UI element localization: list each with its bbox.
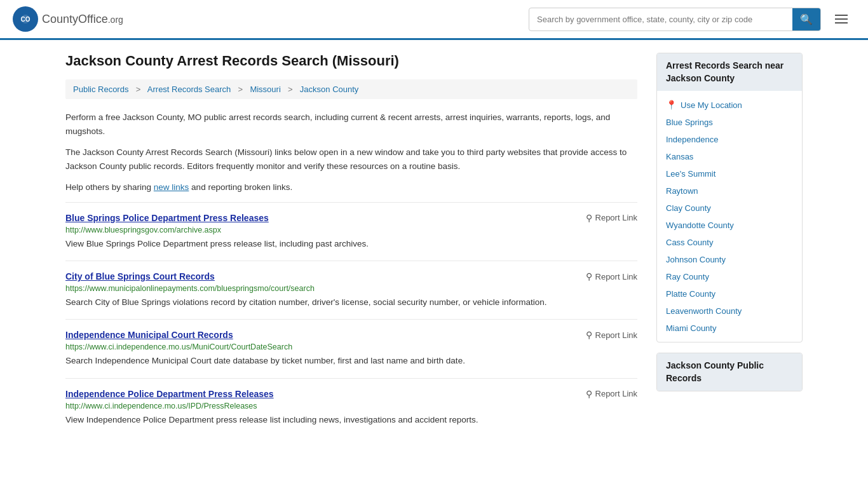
sidebar-nearby-item-6[interactable]: Wyandotte County xyxy=(657,217,802,234)
report-link-label-0: Report Link xyxy=(595,213,637,222)
sidebar-nearby-item-7[interactable]: Cass County xyxy=(657,234,802,251)
record-header-1: City of Blue Springs Court Records ⚲ Rep… xyxy=(65,271,637,281)
sidebar-nearby-link-11[interactable]: Leavenworth County xyxy=(666,306,742,316)
record-entry-2: Independence Municipal Court Records ⚲ R… xyxy=(65,319,637,377)
logo[interactable]: CO CountyOffice.org xyxy=(13,6,123,32)
nearby-items: Blue SpringsIndependenceKansasLee's Summ… xyxy=(657,114,802,337)
page-title: Jackson County Arrest Records Search (Mi… xyxy=(65,53,637,69)
report-link-icon-2: ⚲ xyxy=(586,330,592,340)
search-button[interactable]: 🔍 xyxy=(792,8,820,30)
location-pin-icon: 📍 xyxy=(666,100,677,110)
description-1: Perform a free Jackson County, MO public… xyxy=(65,111,637,138)
record-header-3: Independence Police Department Press Rel… xyxy=(65,389,637,399)
logo-suffix: .org xyxy=(108,15,123,25)
description-3: Help others by sharing new links and rep… xyxy=(65,180,637,194)
sidebar-nearby-link-6[interactable]: Wyandotte County xyxy=(666,220,734,230)
sidebar-nearby-item-12[interactable]: Miami County xyxy=(657,320,802,337)
sidebar-nearby-item-0[interactable]: Blue Springs xyxy=(657,114,802,131)
sidebar-nearby-link-1[interactable]: Independence xyxy=(666,135,718,144)
breadcrumb-public-records[interactable]: Public Records xyxy=(73,85,128,94)
report-link-icon-3: ⚲ xyxy=(586,389,592,399)
record-desc-1: Search City of Blue Springs violations r… xyxy=(65,296,637,309)
sidebar-nearby-item-4[interactable]: Raytown xyxy=(657,182,802,200)
svg-text:CO: CO xyxy=(21,16,31,23)
sidebar-nearby-item-5[interactable]: Clay County xyxy=(657,200,802,217)
menu-button[interactable] xyxy=(827,10,855,29)
sidebar-nearby-link-4[interactable]: Raytown xyxy=(666,186,698,196)
nearby-header: Arrest Records Search near Jackson Count… xyxy=(657,53,802,91)
record-header-0: Blue Springs Police Department Press Rel… xyxy=(65,213,637,223)
content-area: Jackson County Arrest Records Search (Mi… xyxy=(65,53,637,437)
record-desc-0: View Blue Springs Police Department pres… xyxy=(65,238,637,250)
search-input[interactable] xyxy=(529,10,792,29)
header-right: 🔍 xyxy=(529,8,855,31)
sidebar-nearby-item-9[interactable]: Ray County xyxy=(657,268,802,285)
public-records-header: Jackson County Public Records xyxy=(657,353,802,391)
breadcrumb: Public Records > Arrest Records Search >… xyxy=(65,79,637,99)
logo-icon: CO xyxy=(13,6,38,32)
report-link-label-3: Report Link xyxy=(595,389,637,398)
sidebar-nearby-link-9[interactable]: Ray County xyxy=(666,272,709,281)
description-2: The Jackson County Arrest Records Search… xyxy=(65,146,637,173)
report-link-icon-0: ⚲ xyxy=(586,213,592,223)
sidebar-nearby-link-2[interactable]: Kansas xyxy=(666,152,693,161)
sidebar-nearby-link-12[interactable]: Miami County xyxy=(666,323,716,333)
report-link-0[interactable]: ⚲ Report Link xyxy=(586,213,637,223)
record-url-0: http://www.bluespringsgov.com/archive.as… xyxy=(65,226,637,234)
record-title-2[interactable]: Independence Municipal Court Records xyxy=(65,330,233,340)
use-my-location-link[interactable]: Use My Location xyxy=(681,100,742,110)
sidebar-nearby-item-1[interactable]: Independence xyxy=(657,131,802,148)
site-header: CO CountyOffice.org 🔍 xyxy=(0,0,868,40)
logo-text: CountyOffice.org xyxy=(42,13,123,26)
record-title-3[interactable]: Independence Police Department Press Rel… xyxy=(65,389,274,399)
record-title-0[interactable]: Blue Springs Police Department Press Rel… xyxy=(65,213,269,223)
record-url-3: http://www.ci.independence.mo.us/IPD/Pre… xyxy=(65,402,637,410)
sidebar-nearby-item-3[interactable]: Lee's Summit xyxy=(657,165,802,182)
sidebar-nearby-link-0[interactable]: Blue Springs xyxy=(666,118,713,127)
breadcrumb-arrest-records-search[interactable]: Arrest Records Search xyxy=(147,85,231,94)
logo-name: CountyOffice xyxy=(42,13,108,25)
use-my-location-item[interactable]: 📍 Use My Location xyxy=(657,96,802,114)
sidebar-nearby-link-10[interactable]: Platte County xyxy=(666,289,715,299)
report-link-icon-1: ⚲ xyxy=(586,271,592,281)
desc3-prefix: Help others by sharing xyxy=(65,182,154,192)
main-container: Jackson County Arrest Records Search (Mi… xyxy=(53,40,815,449)
sidebar-nearby-link-3[interactable]: Lee's Summit xyxy=(666,169,715,179)
sidebar-nearby-item-8[interactable]: Johnson County xyxy=(657,251,802,268)
sidebar-nearby-link-5[interactable]: Clay County xyxy=(666,203,711,213)
public-records-section: Jackson County Public Records xyxy=(656,353,803,391)
search-icon: 🔍 xyxy=(800,14,813,25)
breadcrumb-jackson-county[interactable]: Jackson County xyxy=(300,85,359,94)
sidebar-nearby-item-11[interactable]: Leavenworth County xyxy=(657,302,802,320)
record-desc-2: Search Independence Municipal Court date… xyxy=(65,355,637,367)
record-desc-3: View Independence Police Department pres… xyxy=(65,414,637,426)
breadcrumb-missouri[interactable]: Missouri xyxy=(250,85,280,94)
search-bar: 🔍 xyxy=(529,8,821,31)
report-link-2[interactable]: ⚲ Report Link xyxy=(586,330,637,340)
report-link-1[interactable]: ⚲ Report Link xyxy=(586,271,637,281)
record-header-2: Independence Municipal Court Records ⚲ R… xyxy=(65,330,637,340)
report-link-label-1: Report Link xyxy=(595,272,637,281)
records-list: Blue Springs Police Department Press Rel… xyxy=(65,202,637,437)
record-title-1[interactable]: City of Blue Springs Court Records xyxy=(65,271,215,281)
record-entry-1: City of Blue Springs Court Records ⚲ Rep… xyxy=(65,261,637,319)
record-url-2: https://www.ci.independence.mo.us/MuniCo… xyxy=(65,342,637,351)
report-link-3[interactable]: ⚲ Report Link xyxy=(586,389,637,399)
record-entry-0: Blue Springs Police Department Press Rel… xyxy=(65,202,637,261)
report-link-label-2: Report Link xyxy=(595,330,637,340)
nearby-section: Arrest Records Search near Jackson Count… xyxy=(656,53,803,342)
desc3-suffix: and reporting broken links. xyxy=(189,182,292,192)
nearby-body: 📍 Use My Location Blue SpringsIndependen… xyxy=(657,91,802,342)
record-entry-3: Independence Police Department Press Rel… xyxy=(65,378,637,437)
sidebar-nearby-link-8[interactable]: Johnson County xyxy=(666,255,726,264)
new-links-link[interactable]: new links xyxy=(154,182,189,192)
sidebar-nearby-link-7[interactable]: Cass County xyxy=(666,238,713,247)
sidebar-nearby-item-10[interactable]: Platte County xyxy=(657,285,802,302)
record-url-1: https://www.municipalonlinepayments.com/… xyxy=(65,284,637,293)
hamburger-icon xyxy=(832,12,850,26)
sidebar: Arrest Records Search near Jackson Count… xyxy=(656,53,803,437)
sidebar-nearby-item-2[interactable]: Kansas xyxy=(657,148,802,165)
